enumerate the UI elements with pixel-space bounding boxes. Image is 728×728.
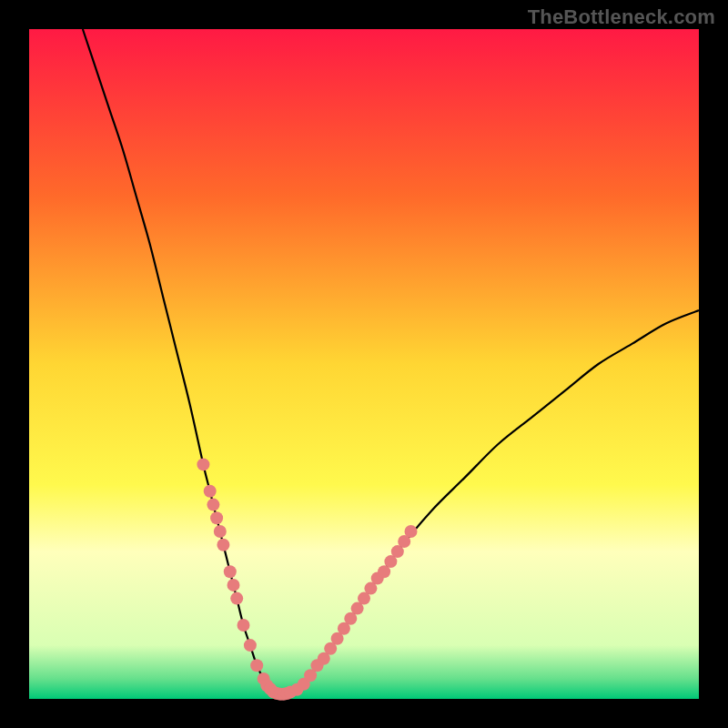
highlight-dot [204,485,217,498]
highlight-dot [230,592,243,605]
highlight-dot [224,565,237,578]
highlight-dot [244,639,257,652]
highlight-dot [210,511,223,524]
highlight-dot [207,499,219,511]
highlight-dot [250,659,263,672]
plot-area [29,29,699,699]
highlight-dot [217,539,229,551]
highlight-dot [238,619,250,632]
highlight-dot [405,525,418,538]
highlight-markers [197,458,417,700]
watermark-label: TheBottleneck.com [528,5,715,29]
highlight-dot [214,525,227,538]
chart-frame: TheBottleneck.com [0,0,728,728]
highlight-dot [228,579,240,592]
curve-svg [29,29,699,699]
highlight-dot [197,458,209,470]
bottleneck-curve [83,29,699,695]
